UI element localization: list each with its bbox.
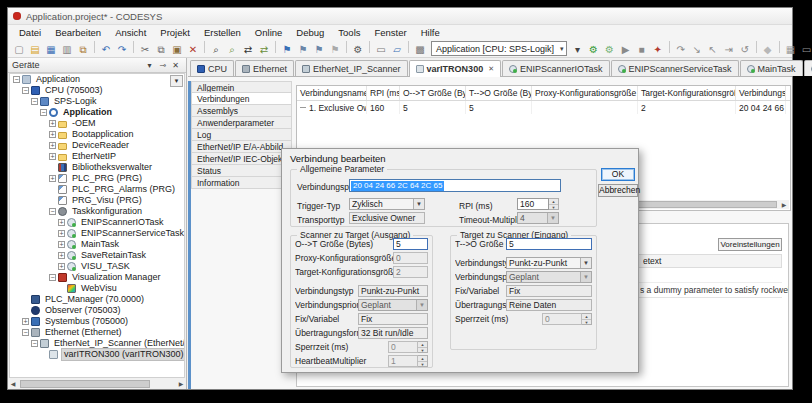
tab-varitron300[interactable]: varITRON300✕ (409, 60, 501, 77)
pin-icon[interactable]: ⊸ (156, 61, 169, 70)
tree-item-application[interactable]: −Application (10, 107, 184, 118)
tree-item-plc-prg-alarms-prg[interactable]: PLC_PRG_Alarms (PRG) (10, 184, 184, 195)
tab-cpu[interactable]: CPU (190, 60, 234, 76)
collapse-icon[interactable]: − (31, 340, 38, 347)
tree-item-maintask[interactable]: +MainTask (10, 239, 184, 250)
find-icon[interactable]: ⌕ (209, 43, 224, 58)
connection-path-input[interactable]: 20 04 24 66 2C 64 2C 65 (349, 179, 561, 192)
menu-hilfe[interactable]: Hilfe (414, 25, 447, 40)
cut-icon[interactable]: ✂ (138, 43, 153, 58)
expand-icon[interactable]: + (49, 120, 56, 127)
tab-ethernet[interactable]: Ethernet (235, 60, 294, 76)
scroll-left-icon[interactable]: ◀ (8, 379, 18, 389)
tree-item-bootapplication[interactable]: +Bootapplication (10, 129, 184, 140)
expand-icon[interactable]: + (49, 153, 56, 160)
step-over-icon[interactable]: ↷ (673, 43, 688, 58)
collapse-icon[interactable]: − (40, 109, 47, 116)
menu-fenster[interactable]: Fenster (368, 25, 414, 40)
flow-control-icon[interactable]: ▦ (783, 43, 798, 58)
menu-bearbeiten[interactable]: Bearbeiten (48, 25, 108, 40)
menu-ansicht[interactable]: Ansicht (108, 25, 153, 40)
tree-item-plc-manager-70-0000[interactable]: PLC_Manager (70.0000) (10, 294, 184, 305)
monitor-icon[interactable]: ▭ (799, 43, 812, 58)
menu-online[interactable]: Online (248, 25, 289, 40)
devices-horizontal-scrollbar[interactable]: ◀ ▶ (8, 379, 186, 389)
spinner-buttons[interactable]: ▲▼ (549, 198, 559, 210)
force-values-icon[interactable]: ✦ (650, 43, 665, 58)
menu-debug[interactable]: Debug (289, 25, 331, 40)
table-row[interactable]: 1. Exclusive Owner16055220 04 24 66 2C 6… (297, 101, 790, 114)
tree-item-varitron300-varitron300[interactable]: varITRON300 (varITRON300) (10, 349, 184, 360)
combo-dropdown-icon[interactable]: ▾ (570, 43, 585, 58)
expand-icon[interactable]: + (49, 131, 56, 138)
tree-item-devicereader[interactable]: +DeviceReader (10, 140, 184, 151)
dropdown-field[interactable]: Punkt-zu-Punkt▼ (506, 257, 592, 269)
bookmark-clear-icon[interactable]: ⚑ (328, 43, 343, 58)
tree-item-observer-705003[interactable]: Observer (705003) (10, 305, 184, 316)
nav-item-ethernet-ip-e-a-abbild[interactable]: EtherNet/IP E/A-Abbild (191, 141, 292, 153)
step-out-icon[interactable]: ↖ (705, 43, 720, 58)
menu-tools[interactable]: Tools (331, 25, 367, 40)
collapse-icon[interactable]: − (31, 98, 38, 105)
spin-down-icon[interactable]: ▼ (549, 205, 558, 210)
new-file-icon[interactable]: ▢ (12, 43, 27, 58)
nav-item-log[interactable]: Log (191, 129, 292, 141)
cancel-button[interactable]: Abbrechen (598, 184, 638, 197)
text-input[interactable]: 5 (393, 238, 428, 250)
expand-icon[interactable]: + (58, 241, 65, 248)
scroll-right-icon[interactable]: ▶ (176, 379, 186, 389)
rpi-value[interactable]: 160 (517, 198, 549, 210)
text-input[interactable]: 5 (506, 238, 592, 250)
reset-icon[interactable]: ↺ (737, 43, 752, 58)
tab-enipscanneriotask[interactable]: ENIPScannerIOTask (502, 60, 610, 76)
tree-item-sps-logik[interactable]: −SPS-Logik (10, 96, 184, 107)
tree-item-visu-task[interactable]: +VISU_TASK (10, 261, 184, 272)
collapse-icon[interactable]: − (49, 208, 56, 215)
nav-item-status[interactable]: Status (191, 165, 292, 177)
expand-icon[interactable]: + (58, 219, 65, 226)
tree-item-systembus-705000[interactable]: +Systembus (705000) (10, 316, 184, 327)
tree-dropdown-button[interactable]: ▼ (170, 75, 183, 87)
run-to-cursor-icon[interactable]: ⇥ (721, 43, 736, 58)
new-window-icon[interactable]: ▭ (374, 43, 389, 58)
column-header-o-t-gr-e-bytes[interactable]: O-->T Größe (Bytes) (400, 86, 466, 100)
start-icon[interactable]: ▶ (618, 43, 633, 58)
collapse-icon[interactable]: − (13, 76, 20, 83)
close-tab-icon[interactable]: ✕ (488, 65, 494, 73)
column-header-rpi-ms[interactable]: RPI (ms) (367, 86, 400, 100)
bookmark-next-icon[interactable]: ⚑ (296, 43, 311, 58)
tree-item-cpu-705003[interactable]: −CPU (705003) (10, 85, 184, 96)
tree-item-visualization-manager[interactable]: −Visualization Manager (10, 272, 184, 283)
breakpoint-icon[interactable]: ◆ (760, 43, 775, 58)
nav-item-information[interactable]: Information (191, 177, 292, 189)
column-header-proxy-konfigurationsgr-e-byte[interactable]: Proxy-Konfigurationsgröße (Byte) (532, 86, 638, 100)
collapse-icon[interactable]: − (49, 274, 56, 281)
tree-item-saveretaintask[interactable]: +SaveRetainTask (10, 250, 184, 261)
build-icon[interactable]: ⚙ (351, 43, 366, 58)
nav-item-allgemein[interactable]: Allgemein (191, 81, 292, 93)
collapse-icon[interactable]: − (22, 329, 29, 336)
column-header-t-o-gr-e-bytes[interactable]: T-->O Größe (Bytes) (466, 86, 532, 100)
step-into-icon[interactable]: ↘ (689, 43, 704, 58)
scroll-right-icon[interactable]: ▶ (779, 200, 789, 210)
login-icon[interactable]: ⚙ (586, 43, 601, 58)
column-header-verbindungspfad[interactable]: Verbindungspfad (736, 86, 786, 100)
active-application-combo[interactable]: Application [CPU: SPS-Logik] ▾ (431, 41, 567, 56)
column-header-verbindungsname[interactable]: Verbindungsname (297, 86, 367, 100)
open-file-icon[interactable]: ▤ (28, 43, 43, 58)
properties-icon[interactable]: ▱ (390, 43, 405, 58)
tree-item-bibliotheksverwalter[interactable]: Bibliotheksverwalter (10, 162, 184, 173)
tree-item-ethernet-ethernet[interactable]: −Ethernet (Ethernet) (10, 327, 184, 338)
menu-projekt[interactable]: Projekt (153, 25, 197, 40)
tree-item-oem[interactable]: +-OEM (10, 118, 184, 129)
copy-project-icon[interactable]: ⧉ (76, 43, 91, 58)
paste-icon[interactable]: ▣ (170, 43, 185, 58)
logout-icon[interactable]: ⚙ (602, 43, 617, 58)
tree-item-ethernetip[interactable]: +EtherNetIP (10, 151, 184, 162)
panel-menu-icon[interactable]: ▾ (143, 61, 156, 70)
replace-icon[interactable]: ⇄ (241, 43, 256, 58)
close-icon[interactable]: ✕ (169, 61, 182, 70)
tree-item-application[interactable]: −Application (10, 74, 184, 85)
nav-item-ethernet-ip-iec-objekte[interactable]: EtherNet/IP IEC-Objekte (191, 153, 292, 165)
tab-maintask[interactable]: MainTask (740, 60, 803, 76)
